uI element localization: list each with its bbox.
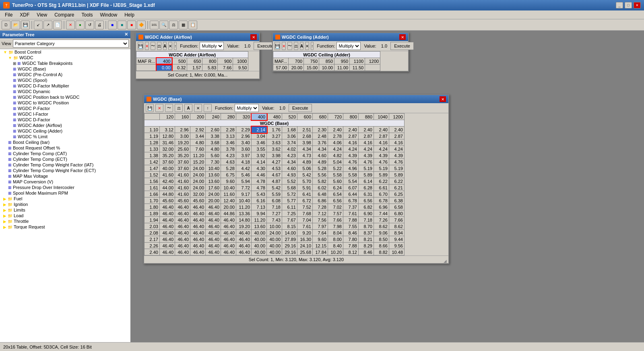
base-cell-0-0[interactable]: 3.12 <box>160 127 175 133</box>
base-cell-6-4[interactable]: 5.28 <box>221 165 236 172</box>
base-cell-11-9[interactable]: 6.72 <box>297 197 313 204</box>
tree-node-wgdc-pfactor[interactable]: ▦ WGDC P-Factor <box>0 106 130 111</box>
tb-btn-orange[interactable]: 🔶 <box>137 21 146 29</box>
base-cell-19-6[interactable]: 40.00 <box>252 249 267 255</box>
base-cell-16-13[interactable]: 8.37 <box>359 230 374 236</box>
adder-x-btn[interactable]: ✕ <box>168 42 172 50</box>
base-cell-4-9[interactable]: 4.73 <box>297 152 313 159</box>
tree-node-wgdc-ifactor[interactable]: ▦ WGDC I-Factor <box>0 111 130 117</box>
adder-cell-0-3[interactable]: 5.83 <box>202 64 218 71</box>
base-cell-19-7[interactable]: 40.00 <box>267 249 282 255</box>
base-cell-10-0[interactable]: 44.80 <box>160 191 175 197</box>
ceiling-scale-btn[interactable]: ⚖ <box>294 42 298 50</box>
base-cell-14-7[interactable]: 7.43 <box>267 217 282 223</box>
base-cell-5-5[interactable]: 4.18 <box>236 159 252 165</box>
adder-wave-btn[interactable]: 〜 <box>151 42 155 50</box>
base-cell-11-6[interactable]: 6.16 <box>252 197 267 204</box>
base-cell-2-13[interactable]: 4.16 <box>359 139 374 146</box>
base-cell-9-3[interactable]: 17.60 <box>206 185 221 191</box>
base-cell-11-11[interactable]: 6.56 <box>328 197 343 204</box>
base-cell-13-9[interactable]: 7.68 <box>297 210 313 217</box>
base-cell-15-1[interactable]: 46.40 <box>175 223 190 230</box>
base-cell-16-0[interactable]: 46.40 <box>160 230 175 236</box>
base-cell-7-12[interactable]: 5.58 <box>343 172 359 178</box>
base-cell-7-0[interactable]: 41.60 <box>160 172 175 178</box>
base-cell-17-8[interactable]: 27.89 <box>282 236 297 243</box>
base-cell-2-2[interactable]: 4.80 <box>190 139 206 146</box>
base-cell-3-9[interactable]: 4.34 <box>297 146 313 152</box>
menu-file[interactable]: File <box>2 11 16 19</box>
base-cell-3-5[interactable]: 3.60 <box>236 146 252 152</box>
base-cell-15-7[interactable]: 10.00 <box>267 223 282 230</box>
base-cell-8-14[interactable]: 6.22 <box>374 178 389 185</box>
wgdc-base-title-bar[interactable]: WGDC (Base) ✕ <box>144 95 448 103</box>
base-cell-9-4[interactable]: 10.40 <box>221 185 236 191</box>
tree-node-map-max[interactable]: ▦ MAP Max Voltage <box>0 173 130 179</box>
base-cell-0-8[interactable]: 1.68 <box>282 127 297 133</box>
base-del-btn[interactable]: ✕ <box>155 104 163 112</box>
base-cell-17-7[interactable]: 40.00 <box>267 236 282 243</box>
base-cell-3-8[interactable]: 4.02 <box>282 146 297 152</box>
base-cell-11-10[interactable]: 6.86 <box>313 197 328 204</box>
base-cell-17-0[interactable]: 46.40 <box>160 236 175 243</box>
base-cell-1-8[interactable]: 3.06 <box>282 133 297 139</box>
base-cell-17-9[interactable]: 16.30 <box>297 236 313 243</box>
base-cell-12-0[interactable]: 46.40 <box>160 204 175 210</box>
base-cell-6-13[interactable]: 5.19 <box>359 165 374 172</box>
base-cell-0-15[interactable]: 2.40 <box>389 127 405 133</box>
tree-node-pressure-drop[interactable]: ▦ Pressure Drop Over Intercooler <box>0 185 130 190</box>
tree-node-wgdc-pos-back[interactable]: ▦ WGDC Position back to WGDC <box>0 94 130 100</box>
tb-btn-101[interactable]: 101 <box>150 21 159 29</box>
base-cell-0-3[interactable]: 2.60 <box>206 127 221 133</box>
base-cell-8-2[interactable]: 24.00 <box>190 178 206 185</box>
ceiling-cell-0-1[interactable]: 15.00 <box>304 64 319 71</box>
base-cell-5-1[interactable]: 37.60 <box>175 159 190 165</box>
base-cell-12-15[interactable]: 6.58 <box>389 204 405 210</box>
base-cell-2-3[interactable]: 3.68 <box>206 139 221 146</box>
base-cell-3-6[interactable]: 3.55 <box>252 146 267 152</box>
base-cell-12-5[interactable]: 11.20 <box>236 204 252 210</box>
base-cell-16-9[interactable]: 9.20 <box>297 230 313 236</box>
base-cell-2-0[interactable]: 31.46 <box>160 139 175 146</box>
tb-btn-grid[interactable]: ▦ <box>179 21 188 29</box>
base-cell-11-0[interactable]: 45.60 <box>160 197 175 204</box>
base-cell-1-9[interactable]: 2.68 <box>297 133 313 139</box>
base-cell-8-13[interactable]: 6.14 <box>359 178 374 185</box>
base-cell-19-1[interactable]: 46.40 <box>175 249 190 255</box>
tree-node-wgdc-pre-control[interactable]: ▦ WGDC (Pre-Control A) <box>0 72 130 77</box>
base-cell-4-12[interactable]: 4.39 <box>343 152 359 159</box>
base-cell-8-9[interactable]: 5.70 <box>297 178 313 185</box>
base-cell-8-10[interactable]: 5.82 <box>313 178 328 185</box>
wgdc-ceiling-title-bar[interactable]: WGDC Ceiling (Adder) ✕ <box>273 33 408 41</box>
base-cell-7-11[interactable]: 5.58 <box>328 172 343 178</box>
ceiling-cell-0-5[interactable] <box>365 64 380 71</box>
base-cell-15-2[interactable]: 46.40 <box>190 223 206 230</box>
base-cell-10-1[interactable]: 41.60 <box>175 191 190 197</box>
base-cell-19-8[interactable]: 29.16 <box>282 249 297 255</box>
ceiling-cell-0-2[interactable]: 10.00 <box>319 64 334 71</box>
base-cell-10-11[interactable]: 6.54 <box>328 191 343 197</box>
base-cell-16-7[interactable]: 24.00 <box>267 230 282 236</box>
base-cell-11-13[interactable]: 6.56 <box>359 197 374 204</box>
base-cell-6-5[interactable]: 4.42 <box>236 165 252 172</box>
base-cell-4-5[interactable]: 3.97 <box>236 152 252 159</box>
base-cell-4-1[interactable]: 35.20 <box>175 152 190 159</box>
base-cell-7-9[interactable]: 5.42 <box>297 172 313 178</box>
base-cell-5-2[interactable]: 15.20 <box>190 159 206 165</box>
base-cell-4-10[interactable]: 4.60 <box>313 152 328 159</box>
base-cell-10-3[interactable]: 24.00 <box>206 191 221 197</box>
base-cell-19-10[interactable]: 17.84 <box>313 249 328 255</box>
base-cell-13-10[interactable]: 7.12 <box>313 210 328 217</box>
base-cell-4-6[interactable]: 3.92 <box>252 152 267 159</box>
base-cell-1-1[interactable]: 3.00 <box>175 133 190 139</box>
base-cell-8-1[interactable]: 41.60 <box>175 178 190 185</box>
base-cell-19-15[interactable]: 10.48 <box>389 249 405 255</box>
base-cell-6-7[interactable]: 4.53 <box>267 165 282 172</box>
base-cell-14-10[interactable]: 7.56 <box>313 217 328 223</box>
base-cell-11-14[interactable]: 6.78 <box>374 197 389 204</box>
base-cell-14-3[interactable]: 46.40 <box>206 217 221 223</box>
base-cell-11-7[interactable]: 6.08 <box>267 197 282 204</box>
tb-btn-search[interactable]: 🔍 <box>159 21 168 29</box>
base-cell-2-6[interactable]: 3.46 <box>252 139 267 146</box>
base-cell-11-3[interactable]: 20.00 <box>206 197 221 204</box>
